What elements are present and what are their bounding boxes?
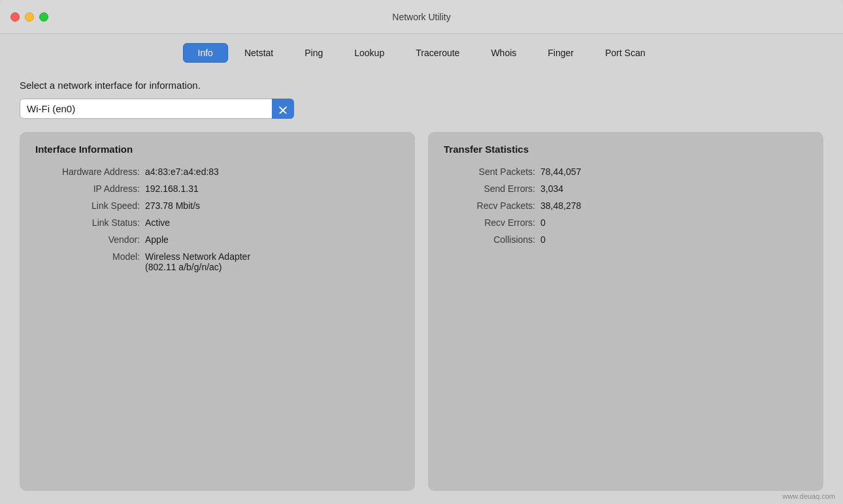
title-bar: Network Utility — [0, 0, 843, 34]
traffic-lights — [10, 12, 48, 22]
info-panels-row: Interface Information Hardware Address: … — [20, 132, 823, 491]
tab-netstat[interactable]: Netstat — [229, 43, 288, 63]
link-status-label: Link Status: — [35, 217, 140, 228]
table-row: Hardware Address: a4:83:e7:a4:ed:83 — [35, 166, 399, 177]
interface-info-panel: Interface Information Hardware Address: … — [20, 132, 415, 491]
table-row: Recv Errors: 0 — [444, 217, 808, 228]
interface-info-title: Interface Information — [35, 144, 399, 155]
recv-errors-value: 0 — [540, 217, 546, 228]
send-errors-label: Send Errors: — [444, 183, 535, 194]
model-value: Wireless Network Adapter(802.11 a/b/g/n/… — [145, 251, 250, 272]
hardware-address-value: a4:83:e7:a4:ed:83 — [145, 166, 219, 177]
interface-select-wrapper: Wi-Fi (en0) Ethernet (en1) Loopback (lo0… — [20, 99, 294, 119]
recv-errors-label: Recv Errors: — [444, 217, 535, 228]
maximize-button[interactable] — [39, 12, 48, 22]
sent-packets-label: Sent Packets: — [444, 166, 535, 177]
link-speed-value: 273.78 Mbit/s — [145, 200, 200, 211]
table-row: Send Errors: 3,034 — [444, 183, 808, 194]
content-area: Select a network interface for informati… — [0, 69, 843, 504]
collisions-label: Collisions: — [444, 234, 535, 245]
tab-bar: Info Netstat Ping Lookup Traceroute Whoi… — [0, 34, 843, 69]
table-row: Vendor: Apple — [35, 234, 399, 245]
table-row: Link Status: Active — [35, 217, 399, 228]
minimize-button[interactable] — [25, 12, 34, 22]
ip-address-label: IP Address: — [35, 183, 140, 194]
close-button[interactable] — [10, 12, 20, 22]
table-row: Model: Wireless Network Adapter(802.11 a… — [35, 251, 399, 272]
tab-traceroute[interactable]: Traceroute — [401, 43, 474, 63]
tab-portscan[interactable]: Port Scan — [590, 43, 660, 63]
table-row: Sent Packets: 78,44,057 — [444, 166, 808, 177]
ip-address-value: 192.168.1.31 — [145, 183, 199, 194]
table-row: Recv Packets: 38,48,278 — [444, 200, 808, 211]
hardware-address-label: Hardware Address: — [35, 166, 140, 177]
table-row: Link Speed: 273.78 Mbit/s — [35, 200, 399, 211]
table-row: IP Address: 192.168.1.31 — [35, 183, 399, 194]
tab-info[interactable]: Info — [183, 43, 228, 63]
tab-finger[interactable]: Finger — [533, 43, 589, 63]
vendor-label: Vendor: — [35, 234, 140, 245]
tab-ping[interactable]: Ping — [289, 43, 338, 63]
select-label: Select a network interface for informati… — [20, 80, 823, 91]
vendor-value: Apple — [145, 234, 169, 245]
model-label: Model: — [35, 251, 140, 262]
window-title: Network Utility — [392, 12, 450, 22]
link-status-value: Active — [145, 217, 170, 228]
watermark: www.deuaq.com — [782, 492, 835, 500]
link-speed-label: Link Speed: — [35, 200, 140, 211]
send-errors-value: 3,034 — [540, 183, 563, 194]
recv-packets-value: 38,48,278 — [540, 200, 581, 211]
interface-info-table: Hardware Address: a4:83:e7:a4:ed:83 IP A… — [35, 166, 399, 272]
app-window: Network Utility Info Netstat Ping Lookup… — [0, 0, 843, 504]
transfer-stats-table: Sent Packets: 78,44,057 Send Errors: 3,0… — [444, 166, 808, 245]
sent-packets-value: 78,44,057 — [540, 166, 581, 177]
interface-select[interactable]: Wi-Fi (en0) Ethernet (en1) Loopback (lo0… — [20, 99, 294, 119]
recv-packets-label: Recv Packets: — [444, 200, 535, 211]
tab-whois[interactable]: Whois — [476, 43, 531, 63]
transfer-stats-panel: Transfer Statistics Sent Packets: 78,44,… — [428, 132, 823, 491]
table-row: Collisions: 0 — [444, 234, 808, 245]
transfer-stats-title: Transfer Statistics — [444, 144, 808, 155]
tab-lookup[interactable]: Lookup — [339, 43, 399, 63]
collisions-value: 0 — [540, 234, 546, 245]
